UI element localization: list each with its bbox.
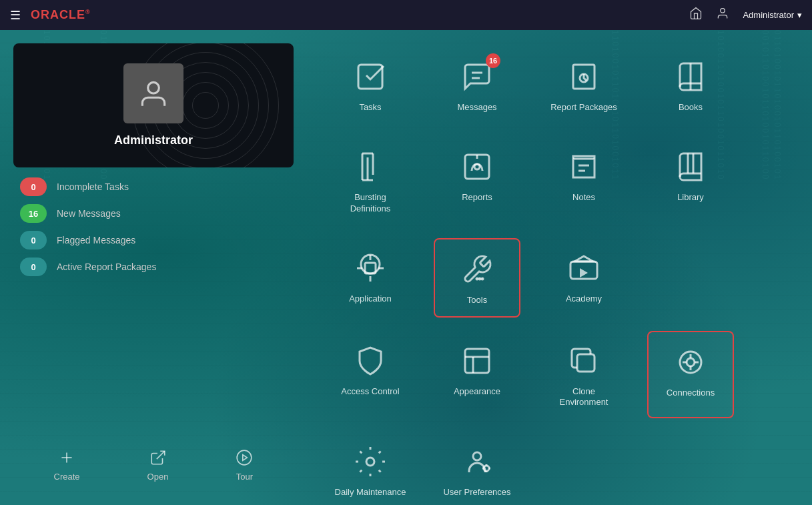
app-report-packages[interactable]: Report Packages: [540, 47, 627, 123]
profile-card: Administrator: [13, 43, 294, 167]
reports-label: Reports: [462, 192, 492, 203]
app-appearance[interactable]: Appearance: [434, 331, 520, 419]
new-messages-badge: 16: [20, 204, 47, 223]
svg-point-19: [474, 164, 480, 169]
app-reports[interactable]: Reports: [434, 137, 520, 225]
stats-area: 0 Incomplete Tasks 16 New Messages 0 Fla…: [13, 177, 294, 276]
tour-button[interactable]: Tour: [236, 449, 253, 482]
svg-point-38: [473, 452, 481, 460]
daily-maintenance-label: Daily Maintenance: [335, 487, 406, 498]
notes-icon-wrapper: [564, 147, 604, 187]
open-button[interactable]: Open: [147, 449, 169, 482]
svg-rect-7: [358, 65, 382, 89]
incomplete-tasks-label: Incomplete Tasks: [57, 181, 129, 192]
admin-menu[interactable]: Administrator ▾: [743, 10, 802, 20]
svg-rect-31: [465, 349, 489, 373]
user-icon[interactable]: [716, 7, 729, 23]
oracle-logo: ORACLE®: [31, 8, 91, 22]
svg-point-5: [238, 450, 252, 465]
svg-rect-28: [570, 262, 597, 279]
svg-point-27: [482, 278, 483, 280]
create-button[interactable]: Create: [54, 449, 80, 482]
flagged-messages-label: Flagged Messages: [57, 235, 135, 245]
left-panel: Administrator 0 Incomplete Tasks 16 New …: [0, 30, 307, 505]
flagged-messages-badge: 0: [20, 231, 47, 249]
connections-icon-wrapper: [671, 342, 711, 382]
connections-label: Connections: [667, 388, 715, 399]
clone-environment-icon-wrapper: [564, 341, 604, 381]
books-label: Books: [679, 102, 703, 113]
active-report-packages-badge: 0: [20, 258, 47, 276]
messages-label: Messages: [457, 102, 496, 113]
app-daily-maintenance[interactable]: Daily Maintenance: [327, 432, 414, 505]
svg-point-39: [484, 466, 489, 471]
appearance-label: Appearance: [454, 386, 500, 398]
reports-icon-wrapper: [457, 147, 497, 187]
app-application[interactable]: Application: [327, 238, 414, 318]
svg-line-4: [156, 451, 164, 459]
stat-row: 16 New Messages: [20, 204, 287, 223]
tour-label: Tour: [236, 472, 253, 482]
svg-point-26: [479, 278, 480, 280]
profile-name: Administrator: [114, 133, 193, 147]
app-notes[interactable]: Notes: [540, 137, 627, 225]
application-icon-wrapper: [350, 248, 390, 288]
app-tools[interactable]: Tools: [434, 238, 520, 318]
app-bursting-definitions[interactable]: Bursting Definitions: [327, 137, 414, 225]
messages-icon-wrapper: 16: [457, 57, 497, 97]
appearance-icon-wrapper: [457, 341, 497, 381]
menu-icon[interactable]: ☰: [10, 8, 21, 23]
main-content: Administrator 0 Incomplete Tasks 16 New …: [0, 30, 812, 505]
stat-row: 0 Active Report Packages: [20, 258, 287, 276]
svg-point-0: [721, 9, 725, 13]
bursting-icon-wrapper: [350, 147, 390, 187]
app-clone-environment[interactable]: Clone Environment: [540, 331, 627, 419]
app-library[interactable]: Library: [647, 137, 734, 225]
app-access-control[interactable]: Access Control: [327, 331, 414, 419]
tools-label: Tools: [467, 295, 487, 306]
avatar: [123, 63, 183, 123]
dropdown-arrow: ▾: [797, 10, 802, 20]
app-books[interactable]: Books: [647, 47, 734, 123]
topbar: ☰ ORACLE® Administrator ▾: [0, 0, 812, 30]
right-panel: Tasks 16 Messages: [307, 30, 812, 505]
tasks-icon-wrapper: [350, 57, 390, 97]
books-icon-wrapper: [671, 57, 711, 97]
incomplete-tasks-badge: 0: [20, 177, 47, 196]
svg-marker-30: [580, 268, 588, 278]
admin-label: Administrator: [743, 10, 794, 20]
create-label: Create: [54, 472, 80, 482]
messages-notification: 16: [486, 53, 500, 68]
clone-environment-label: Clone Environment: [547, 386, 621, 409]
bursting-definitions-label: Bursting Definitions: [334, 192, 407, 215]
tasks-label: Tasks: [359, 102, 381, 113]
app-tasks[interactable]: Tasks: [327, 47, 414, 123]
notes-label: Notes: [572, 192, 595, 203]
user-preferences-label: User Preferences: [443, 487, 510, 498]
daily-maintenance-icon-wrapper: [350, 442, 390, 482]
svg-point-35: [687, 358, 695, 366]
svg-marker-29: [574, 256, 593, 262]
app-messages[interactable]: 16 Messages: [434, 47, 520, 123]
svg-marker-6: [243, 455, 248, 461]
active-report-packages-label: Active Report Packages: [57, 262, 156, 272]
home-icon[interactable]: [689, 7, 703, 23]
report-packages-label: Report Packages: [550, 102, 617, 113]
stat-row: 0 Flagged Messages: [20, 231, 287, 249]
academy-icon-wrapper: [564, 248, 604, 288]
apps-grid: Tasks 16 Messages: [327, 47, 792, 505]
open-label: Open: [147, 472, 169, 482]
new-messages-label: New Messages: [57, 208, 121, 219]
academy-label: Academy: [566, 294, 602, 305]
access-control-label: Access Control: [341, 386, 399, 398]
app-academy[interactable]: Academy: [540, 238, 627, 318]
svg-rect-34: [577, 354, 594, 372]
app-user-preferences[interactable]: User Preferences: [434, 432, 520, 505]
svg-point-25: [476, 278, 478, 280]
topbar-right: Administrator ▾: [689, 7, 802, 23]
app-connections[interactable]: Connections: [647, 331, 734, 419]
access-control-icon-wrapper: [350, 341, 390, 381]
stat-row: 0 Incomplete Tasks: [20, 177, 287, 196]
svg-point-37: [366, 458, 374, 466]
library-icon-wrapper: [671, 147, 711, 187]
